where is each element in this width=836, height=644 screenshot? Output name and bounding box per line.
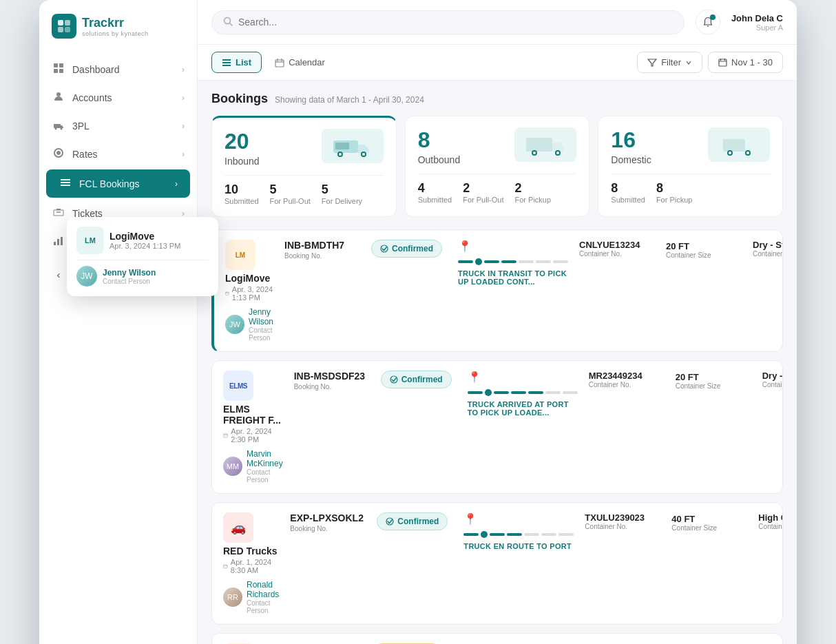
svg-point-53 [746,152,749,154]
view-tabs: List Calendar [211,52,335,73]
tracking-text-1: TRUCK IN TRANSIT TO PICK UP LOADED CONT.… [458,269,568,286]
sidebar-item-fcl-bookings[interactable]: FCL Bookings › [46,169,190,198]
svg-rect-6 [54,69,58,73]
tab-list[interactable]: List [211,52,262,73]
container-size-block-3: 40 FT Container Size [671,512,747,532]
logo-name: Trackrr [82,16,149,30]
3pl-label: 3PL [72,121,175,132]
svg-rect-26 [222,59,231,61]
outbound-count: 8 [418,127,461,153]
sidebar-item-rates[interactable]: Rates › [39,140,197,168]
sidebar-nav: Dashboard › Accounts › [39,50,197,644]
container-no-block-3: TXULU239023 Container No. [585,512,660,530]
search-input[interactable] [238,17,673,28]
fcl-label: FCL Bookings [79,178,168,189]
svg-rect-14 [61,179,70,180]
tab-list-label: List [236,57,251,67]
tracking-text-3: TRUCK EN ROUTE TO PORT [463,542,574,550]
user-info: John Dela C Super A [731,13,783,32]
search-icon [223,17,233,28]
container-type-block-3: High Cube Dry Container Type [758,512,783,530]
domestic-stats: 8Submitted 8For Pickup [611,174,770,204]
rates-label: Rates [72,149,175,160]
booking-id-block-3: EXP-LPXSOKL2 Booking No. [290,512,366,532]
summary-card-domestic[interactable]: 16 Domestic [598,116,783,217]
container-type-block-2: Dry - Standard Container Type [762,371,783,388]
tracking-block-2: 📍 TRUCK ARRIVED AT PORT TO PICK UP L [468,371,578,417]
svg-rect-19 [57,239,59,245]
company-popup[interactable]: LM LogiMove Apr. 3, 2024 1:13 PM JW Jenn… [67,217,218,296]
booking-row-2[interactable]: ELMS ELMS FREIGHT F... Apr. 2, 2024 2:30… [211,360,783,494]
dashboard-label: Dashboard [72,64,175,75]
booking-row-1[interactable]: LM LogiMove Apr. 3, 2024 1:13 PM JW Jenn… [211,229,783,352]
booking-id-block-1: INB-BMDTH7 Booking No. [284,240,360,260]
dashboard-chevron: › [182,65,185,74]
container-size-block-2: 20 FT Container Size [676,371,751,390]
notification-button[interactable] [696,10,720,34]
booking-row-4[interactable]: LM LogiMove Mar. 28, 2024 1:13 PM JW Jen… [211,633,783,644]
company-name-2: ELMS FREIGHT F... [223,404,283,426]
bookings-title: Bookings [211,92,268,106]
company-logo-1: LM [225,240,255,270]
tickets-icon [52,207,65,220]
notification-dot [710,14,715,20]
inbound-count: 20 [224,129,260,154]
filter-button[interactable]: Filter [637,52,702,73]
3pl-icon [52,119,65,132]
inbound-stats: 10Submitted 5For Pull-Out 5For Delivery [224,175,384,205]
company-date-1: Apr. 3, 2024 1:13 PM [225,285,273,302]
svg-rect-4 [54,63,58,67]
topbar-right: John Dela C Super A [696,10,783,34]
popup-contact-label: Contact Person [103,278,156,285]
tab-calendar[interactable]: Calendar [264,52,335,73]
filter-chevron-icon [685,59,692,66]
accounts-icon [52,91,65,104]
company-name-1: LogiMove [225,273,273,284]
outbound-truck-icon [514,127,576,162]
bookings-area: Bookings Showing data of March 1 - April… [198,81,797,644]
page-controls: List Calendar Filter [198,45,797,81]
popup-contact: JW Jenny Wilson Contact Person [76,266,209,287]
collapse-icon: ‹ [52,269,65,280]
contact-3: RR Ronald Richards Contact Person [223,580,279,614]
tracking-text-2: TRUCK ARRIVED AT PORT TO PICK UP LOADE..… [468,400,578,417]
logo-area: Trackrr solutions by kynatech [39,0,197,50]
svg-point-46 [533,152,536,154]
sidebar-item-accounts[interactable]: Accounts › [39,83,197,112]
sidebar: Trackrr solutions by kynatech Dashboard … [39,0,198,644]
svg-rect-62 [224,565,227,568]
tracking-block-3: 📍 TRUCK EN ROUTE TO PORT [463,512,574,550]
svg-rect-0 [58,20,63,25]
svg-point-8 [56,92,61,96]
status-block-3: Confirmed [377,512,452,530]
date-range-label: Nov 1 - 30 [731,57,773,67]
status-block-2: Confirmed [381,371,457,388]
search-box[interactable] [211,10,685,34]
summary-card-inbound[interactable]: 20 Inbound [211,116,397,217]
container-size-block-1: 20 FT Container Size [666,240,742,259]
svg-point-11 [61,128,63,130]
svg-rect-27 [222,62,231,63]
sidebar-item-3pl[interactable]: 3PL › [39,112,197,140]
summary-card-outbound[interactable]: 8 Outbound [405,116,590,217]
status-badge-3: Confirmed [377,512,448,530]
svg-point-42 [362,153,365,156]
container-no-block-2: MR23449234 Container No. [589,371,665,388]
svg-rect-34 [719,59,727,66]
svg-rect-29 [275,60,284,67]
booking-row-3[interactable]: 🚗 RED Trucks Apr. 1, 2024 8:30 AM RR Ron… [211,502,783,625]
svg-rect-54 [226,292,229,295]
sidebar-item-dashboard[interactable]: Dashboard › [39,55,197,83]
svg-point-13 [56,151,61,155]
status-block-1: Confirmed [371,240,447,258]
company-date-3: Apr. 1, 2024 8:30 AM [223,558,279,574]
popup-avatar: JW [76,266,97,287]
company-logo-2: ELMS [223,371,253,401]
summary-cards: 20 Inbound [211,116,783,217]
company-logo-3: 🚗 [223,512,253,543]
svg-rect-9 [54,124,61,128]
app-window: Trackrr solutions by kynatech Dashboard … [39,0,797,644]
main-content: John Dela C Super A List [198,0,797,644]
date-range-button[interactable]: Nov 1 - 30 [708,52,783,73]
booking-id-block-2: INB-MSDSDF23 Booking No. [294,371,370,391]
